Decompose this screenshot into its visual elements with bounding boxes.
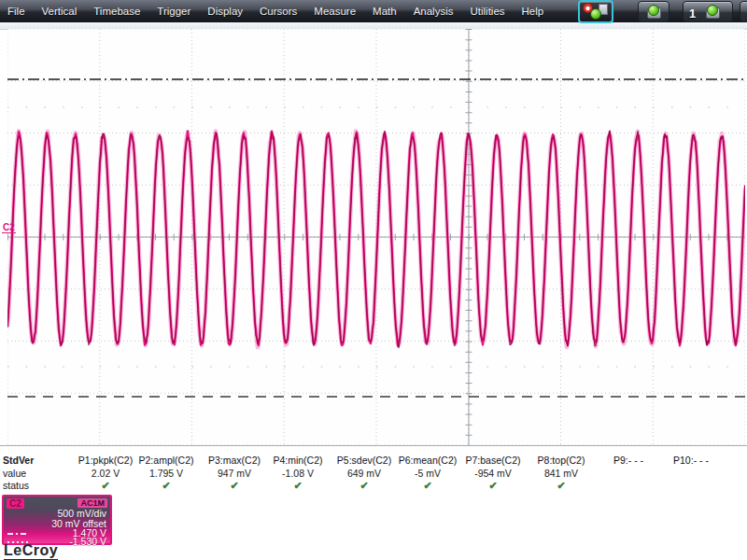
display-toggle-button[interactable] (638, 1, 669, 22)
measurement-p7[interactable]: P7:base(C2) -954 mV ✔ (466, 455, 521, 492)
display-1-button[interactable]: 1 (683, 1, 733, 22)
scope-grid-svg (7, 29, 745, 445)
lecroy-logo: LeCroy (4, 543, 58, 560)
measurement-p2[interactable]: P2:ampl(C2) 1.795 V ✔ (139, 455, 194, 492)
status-row-label: status (3, 480, 29, 491)
menu-display[interactable]: Display (199, 0, 251, 22)
timer-capture-button[interactable] (578, 0, 613, 23)
menu-math[interactable]: Math (364, 0, 405, 22)
channel-zero-level-indicator[interactable]: C2 (2, 222, 16, 233)
status-check-icon: ✔ (466, 480, 521, 492)
menu-bar: File Vertical Timebase Trigger Display C… (0, 0, 747, 22)
measurement-p6[interactable]: P6:mean(C2) -5 mV ✔ (399, 455, 457, 492)
value-row-label: value (3, 468, 26, 479)
dash-dot-level-icon (7, 533, 28, 535)
green-status-orb-icon (590, 8, 601, 20)
lower-level-readout: -1.530 V (69, 536, 106, 547)
channel-name-badge: C2 (7, 498, 24, 509)
menu-help[interactable]: Help (514, 0, 553, 22)
measurement-p4[interactable]: P4:min(C2) -1.08 V ✔ (273, 455, 322, 492)
display-2-button-partial[interactable] (740, 1, 747, 22)
green-status-orb-icon (648, 5, 659, 16)
measurement-p8[interactable]: P8:top(C2) 841 mV ✔ (538, 455, 585, 492)
menu-analysis[interactable]: Analysis (405, 0, 462, 22)
status-check-icon: ✔ (208, 480, 261, 492)
measurement-p3[interactable]: P3:max(C2) 947 mV ✔ (208, 455, 261, 492)
menu-timebase[interactable]: Timebase (85, 0, 148, 22)
status-check-icon: ✔ (538, 480, 585, 492)
measurement-p1[interactable]: P1:pkpk(C2) 2.02 V ✔ (78, 455, 133, 492)
waveform-display[interactable] (7, 29, 745, 445)
display-1-badge: 1 (689, 7, 696, 21)
menu-vertical[interactable]: Vertical (34, 0, 86, 22)
status-check-icon: ✔ (139, 480, 194, 492)
oscilloscope-screen: File Vertical Timebase Trigger Display C… (0, 0, 747, 560)
status-check-icon (673, 480, 709, 492)
menu-trigger[interactable]: Trigger (148, 0, 199, 22)
measurement-p10[interactable]: P10:- - - (673, 455, 709, 492)
menu-utilities[interactable]: Utilities (461, 0, 513, 22)
menu-file[interactable]: File (0, 0, 34, 22)
status-check-icon: ✔ (78, 480, 133, 492)
status-check-icon (613, 480, 643, 492)
status-check-icon: ✔ (273, 480, 322, 492)
measurement-panel: StdVer value status P1:pkpk(C2) 2.02 V ✔… (0, 446, 747, 495)
menu-cursors[interactable]: Cursors (251, 0, 305, 22)
status-check-icon: ✔ (399, 480, 457, 492)
measurement-p9[interactable]: P9:- - - (613, 455, 643, 492)
menu-measure[interactable]: Measure (305, 0, 364, 22)
coupling-badge: AC1M (78, 498, 107, 508)
measure-table-label: StdVer (3, 455, 34, 466)
measurement-p5[interactable]: P5:sdev(C2) 649 mV ✔ (337, 455, 391, 492)
channel-c2-descriptor[interactable]: C2 AC1M 500 mV/div 30 mV offset 1.470 V … (2, 495, 112, 545)
status-check-icon: ✔ (337, 480, 391, 492)
green-status-orb-icon (707, 5, 718, 16)
